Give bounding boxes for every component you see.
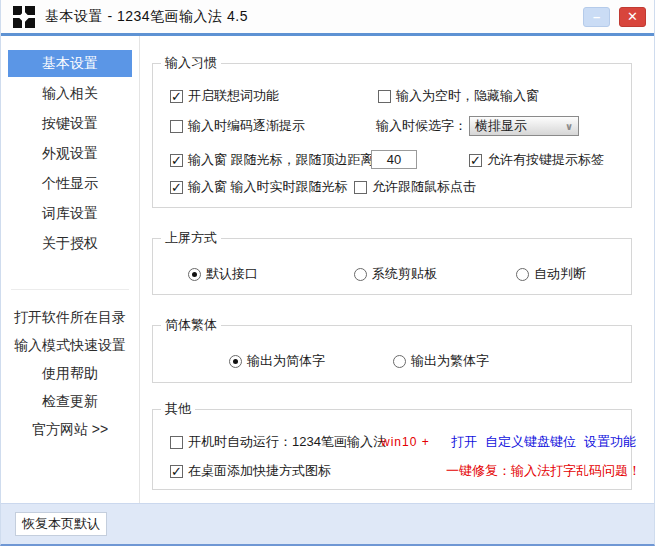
radio-unselected-icon [354, 268, 367, 281]
sidebar-item-key-settings[interactable]: 按键设置 [8, 110, 132, 137]
candidate-layout-label: 输入时候选字： [376, 116, 467, 136]
sidebar-link-help[interactable]: 使用帮助 [5, 360, 135, 387]
checkbox-unchecked-box [378, 90, 391, 103]
footer-bar: 恢复本页默认 [1, 503, 654, 544]
checkbox-label: 开机时自动运行：1234笔画输入法 [188, 433, 386, 451]
checkbox-follow-mouse-click[interactable]: 允许跟随鼠标点击 [354, 177, 476, 197]
follow-distance-input[interactable] [371, 150, 417, 169]
checkbox-checked-icon: ✓ [170, 90, 183, 103]
app-logo-icon [13, 6, 35, 28]
checkbox-enable-association[interactable]: ✓ 开启联想词功能 [170, 86, 279, 106]
radio-label: 系统剪贴板 [372, 265, 437, 283]
radio-output-traditional[interactable]: 输出为繁体字 [393, 351, 489, 371]
sidebar-separator [11, 289, 129, 290]
other-links-row: 打开 自定义键盘键位 设置功能 [451, 432, 636, 452]
content-area: 输入习惯 ✓ 开启联想词功能 输入为空时，隐藏输入窗 输入时编码逐渐提示 输入时… [140, 36, 654, 503]
close-icon: ✕ [627, 9, 638, 24]
restore-defaults-button[interactable]: 恢复本页默认 [15, 512, 107, 536]
titlebar: 基本设置 - 1234笔画输入法 4.5 – ✕ [1, 0, 654, 33]
checkbox-checked-icon: ✓ [170, 154, 183, 167]
checkbox-unchecked-box [170, 436, 183, 449]
radio-unselected-icon [393, 355, 406, 368]
sidebar-item-input-related[interactable]: 输入相关 [8, 80, 132, 107]
window-title: 基本设置 - 1234笔画输入法 4.5 [45, 8, 248, 26]
checkbox-label: 允许有按键提示标签 [487, 151, 604, 169]
checkbox-checked-icon: ✓ [170, 181, 183, 194]
checkbox-label: 开启联想词功能 [188, 87, 279, 105]
sidebar-item-personal-display[interactable]: 个性显示 [8, 170, 132, 197]
group-input-habits: 输入习惯 ✓ 开启联想词功能 输入为空时，隐藏输入窗 输入时编码逐渐提示 输入时… [152, 63, 632, 208]
candidate-layout-value: 横排显示 [475, 117, 527, 135]
group-screen-mode-title: 上屏方式 [161, 229, 221, 247]
sidebar-item-appearance[interactable]: 外观设置 [8, 140, 132, 167]
radio-label: 输出为繁体字 [411, 352, 489, 370]
radio-label: 默认接口 [206, 265, 258, 283]
link-custom-keyboard[interactable]: 自定义键盘键位 [485, 433, 576, 451]
sidebar-link-check-update[interactable]: 检查更新 [5, 388, 135, 415]
group-simp-trad-title: 简体繁体 [161, 316, 221, 334]
radio-label: 输出为简体字 [247, 352, 325, 370]
checkbox-label: 输入窗 跟随光标，跟随顶边距离： [188, 151, 387, 169]
checkbox-realtime-follow[interactable]: ✓ 输入窗 输入时实时跟随光标 [170, 177, 348, 197]
sidebar-link-open-folder[interactable]: 打开软件所在目录 [5, 304, 135, 331]
radio-label: 自动判断 [534, 265, 586, 283]
checkbox-desktop-shortcut[interactable]: ✓ 在桌面添加快捷方式图标 [170, 461, 331, 481]
radio-auto-detect[interactable]: 自动判断 [516, 264, 586, 284]
close-button[interactable]: ✕ [619, 7, 646, 27]
candidate-layout-select[interactable]: 横排显示 ∨ [469, 116, 579, 136]
checkbox-key-hint-tag[interactable]: ✓ 允许有按键提示标签 [469, 150, 604, 170]
minimize-button[interactable]: – [583, 7, 610, 27]
radio-unselected-icon [516, 268, 529, 281]
sidebar-item-basic-settings[interactable]: 基本设置 [8, 50, 132, 77]
radio-default-interface[interactable]: 默认接口 [188, 264, 258, 284]
checkbox-label: 输入时编码逐渐提示 [188, 117, 305, 135]
sidebar: 基本设置 输入相关 按键设置 外观设置 个性显示 词库设置 关于授权 打开软件所… [1, 36, 140, 503]
checkbox-unchecked-box [354, 181, 367, 194]
checkbox-autorun[interactable]: 开机时自动运行：1234笔画输入法 [170, 432, 386, 452]
checkbox-label: 在桌面添加快捷方式图标 [188, 462, 331, 480]
group-screen-mode: 上屏方式 默认接口 系统剪贴板 自动判断 [152, 238, 632, 295]
radio-output-simplified[interactable]: 输出为简体字 [229, 351, 325, 371]
checkbox-checked-icon: ✓ [170, 465, 183, 478]
group-simp-trad: 简体繁体 输出为简体字 输出为繁体字 [152, 325, 632, 383]
sidebar-item-license[interactable]: 关于授权 [8, 230, 132, 257]
group-input-habits-title: 输入习惯 [161, 54, 221, 72]
one-click-fix-link[interactable]: 一键修复：输入法打字乱码问题！ [446, 461, 641, 481]
win10-note: win10 + [381, 432, 430, 452]
radio-selected-icon [188, 268, 201, 281]
settings-window: 基本设置 - 1234笔画输入法 4.5 – ✕ 基本设置 输入相关 按键设置 … [0, 0, 655, 546]
sidebar-link-official-site[interactable]: 官方网站 >> [5, 416, 135, 443]
sidebar-item-dictionary[interactable]: 词库设置 [8, 200, 132, 227]
checkbox-hide-when-empty[interactable]: 输入为空时，隐藏输入窗 [378, 86, 539, 106]
link-settings-function[interactable]: 设置功能 [584, 433, 636, 451]
radio-selected-icon [229, 355, 242, 368]
checkbox-checked-icon: ✓ [469, 154, 482, 167]
group-other: 其他 开机时自动运行：1234笔画输入法 win10 + 打开 自定义键盘键位 … [152, 409, 632, 490]
group-other-title: 其他 [161, 400, 195, 418]
checkbox-code-hint[interactable]: 输入时编码逐渐提示 [170, 116, 305, 136]
checkbox-label: 输入为空时，隐藏输入窗 [396, 87, 539, 105]
checkbox-label: 输入窗 输入时实时跟随光标 [188, 178, 348, 196]
checkbox-unchecked-box [170, 120, 183, 133]
chevron-down-icon: ∨ [565, 121, 573, 132]
sidebar-link-quick-mode[interactable]: 输入模式快速设置 [5, 332, 135, 359]
minimize-icon: – [593, 9, 600, 24]
checkbox-follow-cursor[interactable]: ✓ 输入窗 跟随光标，跟随顶边距离： [170, 150, 387, 170]
link-open[interactable]: 打开 [451, 433, 477, 451]
checkbox-label: 允许跟随鼠标点击 [372, 178, 476, 196]
radio-system-clipboard[interactable]: 系统剪贴板 [354, 264, 437, 284]
